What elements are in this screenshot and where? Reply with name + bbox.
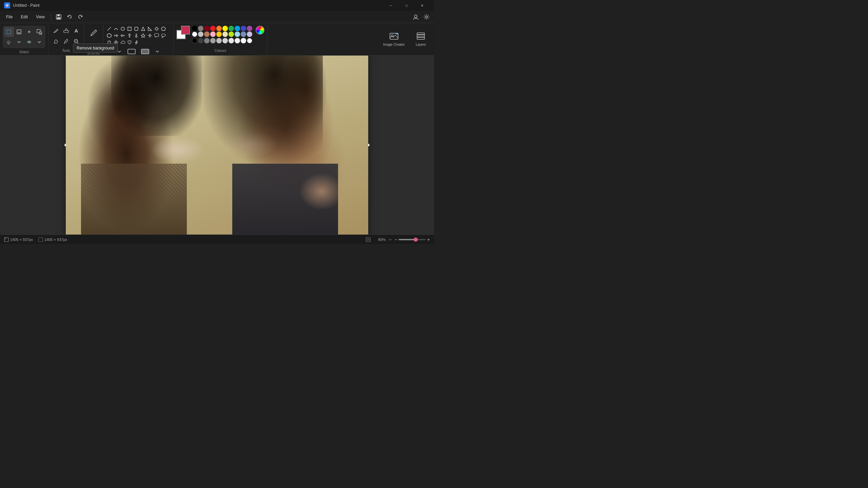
- zoom-out-icon[interactable]: −: [395, 237, 397, 242]
- redo-button[interactable]: [76, 12, 85, 22]
- menu-file[interactable]: File: [3, 13, 16, 21]
- color-darkred[interactable]: [204, 26, 210, 31]
- color-white2[interactable]: [247, 38, 252, 43]
- color-gold[interactable]: [216, 32, 222, 37]
- shape-pentagon[interactable]: [160, 26, 166, 32]
- layers-label: Layers: [416, 43, 426, 46]
- select-arrow-down-btn[interactable]: [14, 37, 24, 47]
- color-lime[interactable]: [229, 32, 234, 37]
- color-lightblue[interactable]: [235, 32, 240, 37]
- shape-oval[interactable]: [120, 26, 126, 32]
- shape-callout[interactable]: [160, 33, 166, 39]
- primary-color[interactable]: [181, 26, 190, 35]
- color-lightgray[interactable]: [198, 32, 203, 37]
- shape-heart[interactable]: [126, 39, 133, 45]
- fill-tool[interactable]: [51, 37, 61, 46]
- select-label: Select: [19, 49, 29, 54]
- shape-arrow-r[interactable]: [113, 33, 119, 39]
- shape-outline-btn[interactable]: [125, 47, 138, 56]
- text-tool[interactable]: A: [72, 26, 81, 35]
- select-options-btn[interactable]: [14, 27, 24, 37]
- brush-tool[interactable]: [87, 26, 100, 39]
- shape-star5[interactable]: [140, 33, 146, 39]
- toolbar-colors-section: Colours: [174, 24, 268, 54]
- color-black[interactable]: [192, 26, 197, 31]
- shape-curve[interactable]: [113, 26, 119, 32]
- shape-right-triangle[interactable]: [147, 26, 153, 32]
- undo-button[interactable]: [65, 12, 74, 22]
- color-lightgray2[interactable]: [222, 38, 228, 43]
- color-indigo[interactable]: [241, 26, 246, 31]
- color-medgray[interactable]: [210, 38, 216, 43]
- fit-screen-button[interactable]: [366, 237, 371, 242]
- rainbow-color-picker[interactable]: [256, 26, 264, 35]
- color-almostwhite[interactable]: [241, 38, 246, 43]
- shape-diamond[interactable]: [154, 26, 160, 32]
- minimize-button[interactable]: ─: [383, 0, 399, 11]
- shape-arrow-l[interactable]: [120, 33, 126, 39]
- color-red[interactable]: [210, 26, 216, 31]
- color-gray[interactable]: [198, 26, 203, 31]
- select-arrow-btn[interactable]: [24, 27, 34, 37]
- color-pink[interactable]: [210, 32, 216, 37]
- color-brown[interactable]: [204, 32, 210, 37]
- color-blue[interactable]: [235, 26, 240, 31]
- canvas-container[interactable]: [0, 56, 434, 235]
- select-magic-btn[interactable]: [35, 27, 44, 37]
- svg-point-24: [114, 42, 115, 43]
- shape-arrow-u[interactable]: [126, 33, 133, 39]
- toolbar-select-section: Select: [0, 24, 48, 54]
- shape-chat[interactable]: [154, 33, 160, 39]
- shape-rounded-rect[interactable]: [133, 26, 139, 32]
- color-verylightgray[interactable]: [229, 38, 234, 43]
- color-steelblue[interactable]: [241, 32, 246, 37]
- shape-hex[interactable]: [106, 33, 112, 39]
- color-row-1: [192, 26, 252, 31]
- eraser-tool[interactable]: [61, 26, 71, 35]
- shape-rect[interactable]: [126, 26, 133, 32]
- settings-button[interactable]: [422, 12, 431, 22]
- layers-tool[interactable]: Layers: [413, 30, 429, 48]
- save-button[interactable]: [54, 12, 63, 22]
- shape-arrow-d[interactable]: [133, 33, 139, 39]
- shape-cloud[interactable]: [120, 39, 126, 45]
- image-creator-tool[interactable]: Image Creator: [380, 30, 408, 48]
- zoom-dropdown-btn[interactable]: [389, 238, 392, 241]
- color-green[interactable]: [229, 26, 234, 31]
- menu-edit[interactable]: Edit: [17, 13, 31, 21]
- color-white[interactable]: [192, 32, 197, 37]
- color-orange[interactable]: [216, 26, 222, 31]
- color-silver[interactable]: [216, 38, 222, 43]
- color-lavender[interactable]: [247, 32, 252, 37]
- select-rectangle-tool[interactable]: [4, 27, 14, 37]
- svg-rect-17: [128, 27, 131, 30]
- svg-rect-5: [57, 17, 60, 19]
- pencil-tool[interactable]: [51, 26, 61, 35]
- eyedropper-tool[interactable]: [61, 37, 71, 46]
- shape-line[interactable]: [106, 26, 112, 32]
- shape-lightning[interactable]: [133, 39, 139, 45]
- select-freeform-btn[interactable]: [4, 37, 14, 47]
- menu-view[interactable]: View: [33, 13, 48, 21]
- account-button[interactable]: [411, 12, 420, 22]
- shape-star4[interactable]: [147, 33, 153, 39]
- shape-fill-btn[interactable]: [139, 47, 151, 56]
- status-bar: 1405 × 937px 1405 × 937px 80% − +: [0, 235, 434, 244]
- zoom-level: 80%: [374, 238, 386, 242]
- shapes-down-btn[interactable]: [153, 47, 162, 56]
- close-button[interactable]: ✕: [414, 0, 430, 11]
- color-cream[interactable]: [222, 32, 228, 37]
- ai-select-btn[interactable]: [24, 37, 34, 47]
- svg-point-13: [28, 41, 30, 43]
- zoom-slider[interactable]: [399, 239, 426, 240]
- shape-triangle[interactable]: [140, 26, 146, 32]
- zoom-in-icon[interactable]: +: [427, 237, 430, 242]
- color-black2[interactable]: [192, 38, 197, 43]
- color-gray2[interactable]: [204, 38, 210, 43]
- color-yellow[interactable]: [222, 26, 228, 31]
- select-down-btn2[interactable]: [35, 37, 44, 47]
- color-darkgray2[interactable]: [198, 38, 203, 43]
- maximize-button[interactable]: □: [399, 0, 414, 11]
- color-nearwhite[interactable]: [235, 38, 240, 43]
- color-purple[interactable]: [247, 26, 252, 31]
